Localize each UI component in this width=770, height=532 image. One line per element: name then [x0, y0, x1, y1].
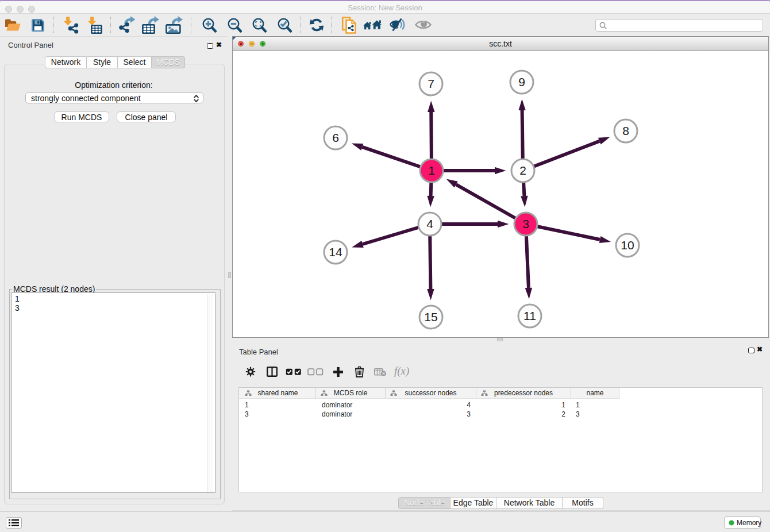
svg-text:7: 7 — [428, 77, 434, 90]
svg-text:4: 4 — [426, 217, 433, 230]
svg-text:11: 11 — [523, 309, 536, 322]
svg-text:9: 9 — [518, 75, 525, 88]
svg-text:3: 3 — [522, 217, 529, 230]
svg-text:8: 8 — [622, 124, 629, 137]
svg-text:2: 2 — [519, 164, 526, 177]
svg-text:1: 1 — [428, 164, 435, 177]
svg-text:6: 6 — [332, 131, 339, 144]
svg-text:15: 15 — [424, 310, 437, 323]
svg-text:14: 14 — [329, 245, 342, 259]
svg-text:10: 10 — [621, 238, 634, 252]
